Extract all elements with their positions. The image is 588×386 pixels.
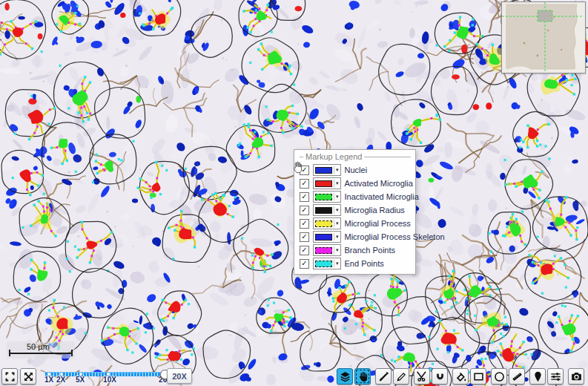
magnification-readout: 20X xyxy=(167,368,192,384)
pencil-icon xyxy=(395,370,408,383)
expand-arrows-button[interactable] xyxy=(20,368,36,385)
legend-checkbox[interactable]: ✓ xyxy=(300,206,309,215)
ruler-button[interactable] xyxy=(509,368,525,385)
legend-row: ✓▾End Points xyxy=(300,257,411,270)
hand-button[interactable] xyxy=(354,368,371,385)
legend-row: ✓▾Microglial Process xyxy=(300,217,411,230)
legend-color-swatch xyxy=(315,220,332,227)
rectangle-button[interactable] xyxy=(470,368,486,385)
legend-checkbox[interactable]: ✓ xyxy=(300,219,309,229)
legend-rows: ✓▾Nuclei✓▾Activated Microglia✓▾Inactivat… xyxy=(300,163,411,270)
legend-item-label: Microglia Radius xyxy=(345,206,405,215)
brush-icon xyxy=(377,370,390,383)
zoom-slider: 1X2X5X10X20X xyxy=(42,367,242,386)
magnet-button[interactable] xyxy=(432,368,448,385)
ellipse-icon xyxy=(493,370,506,383)
zoom-tick[interactable] xyxy=(60,373,63,376)
fit-region-icon xyxy=(4,370,16,383)
expand-arrows-icon xyxy=(22,370,35,383)
chevron-down-icon: ▾ xyxy=(334,260,340,267)
chevron-down-icon: ▾ xyxy=(334,193,340,200)
legend-color-dropdown[interactable]: ▾ xyxy=(313,191,341,203)
zoom-tick[interactable] xyxy=(79,373,82,376)
scissors-button[interactable] xyxy=(414,368,430,385)
pin-button[interactable] xyxy=(529,368,546,385)
legend-color-swatch xyxy=(315,234,332,241)
minimap-viewport[interactable] xyxy=(538,10,552,22)
adjustments-button[interactable] xyxy=(547,368,564,385)
view-tools xyxy=(1,368,36,385)
legend-item-label: Inactivated Microglia xyxy=(345,192,419,201)
layers-button[interactable] xyxy=(337,368,353,385)
brush-button[interactable] xyxy=(375,368,392,385)
ruler-icon xyxy=(511,370,523,383)
zoom-tick[interactable] xyxy=(107,373,110,376)
legend-item-label: Nuclei xyxy=(345,166,368,174)
slide-viewer: 50 µm Markup Legend ✓▾Nuclei✓▾Activated … xyxy=(0,0,588,386)
zoom-tick[interactable] xyxy=(47,373,50,376)
annotation-tools xyxy=(337,368,584,385)
legend-color-swatch xyxy=(315,207,332,214)
legend-row: ✓▾Activated Microglia xyxy=(300,177,411,190)
scale-bar-label: 50 µm xyxy=(27,342,73,351)
chevron-down-icon: ▾ xyxy=(334,206,340,214)
pencil-button[interactable] xyxy=(393,368,409,385)
legend-row: ✓▾Branch Points xyxy=(300,243,411,257)
scale-bar: 50 µm xyxy=(7,341,75,359)
legend-item-label: End Points xyxy=(345,259,384,268)
layers-icon xyxy=(339,370,351,383)
legend-color-dropdown[interactable]: ▾ xyxy=(313,244,341,256)
legend-color-dropdown[interactable]: ▾ xyxy=(313,204,341,216)
legend-row: ✓▾Inactivated Microglia xyxy=(300,190,411,203)
slide-overview-minimap[interactable] xyxy=(501,1,586,73)
legend-item-label: Microglial Process Skeleton xyxy=(345,232,445,241)
legend-checkbox[interactable]: ✓ xyxy=(300,179,309,189)
adjustments-icon xyxy=(549,370,562,383)
pin-icon xyxy=(532,370,544,383)
zoom-stop-label[interactable]: 2X xyxy=(56,376,65,384)
markup-legend-title: Markup Legend xyxy=(300,152,411,161)
zoom-stop-label[interactable]: 1X xyxy=(44,376,53,384)
legend-row: ✓▾Microglia Radius xyxy=(300,203,411,217)
fill-bucket-icon xyxy=(455,370,467,383)
zoom-stop-label[interactable]: 5X xyxy=(76,376,85,384)
legend-color-dropdown[interactable]: ▾ xyxy=(313,258,341,269)
magnet-icon xyxy=(434,370,446,383)
legend-color-swatch xyxy=(315,180,332,187)
legend-item-label: Branch Points xyxy=(345,246,395,255)
legend-color-dropdown[interactable]: ▾ xyxy=(313,164,341,176)
camera-button[interactable] xyxy=(568,368,584,385)
minimap-image xyxy=(502,2,584,71)
legend-item-label: Microglial Process xyxy=(345,219,411,228)
legend-checkbox[interactable]: ✓ xyxy=(300,246,309,255)
fit-region-button[interactable] xyxy=(1,368,18,385)
legend-checkbox[interactable]: ✓ xyxy=(300,192,309,202)
legend-checkbox[interactable]: ✓ xyxy=(300,166,309,175)
legend-checkbox[interactable]: ✓ xyxy=(300,232,309,242)
legend-color-swatch xyxy=(315,261,332,267)
ellipse-button[interactable] xyxy=(491,368,507,385)
legend-color-swatch xyxy=(315,194,332,200)
chevron-down-icon: ▾ xyxy=(334,220,340,227)
fill-bucket-button[interactable] xyxy=(452,368,469,385)
scale-bar-line xyxy=(9,353,73,354)
legend-row: ✓▾Nuclei xyxy=(300,163,411,177)
legend-checkbox[interactable]: ✓ xyxy=(300,259,309,269)
legend-color-swatch xyxy=(315,167,332,174)
legend-color-swatch xyxy=(315,247,332,254)
scissors-icon xyxy=(416,370,429,383)
legend-color-dropdown[interactable]: ▾ xyxy=(313,177,341,189)
chevron-down-icon: ▾ xyxy=(334,166,340,174)
legend-row: ✓▾Microglial Process Skeleton xyxy=(300,230,411,243)
chevron-down-icon: ▾ xyxy=(334,180,340,187)
markup-legend-panel: Markup Legend ✓▾Nuclei✓▾Activated Microg… xyxy=(294,149,416,275)
legend-color-dropdown[interactable]: ▾ xyxy=(313,231,341,243)
chevron-down-icon: ▾ xyxy=(334,233,340,241)
zoom-stop-label[interactable]: 10X xyxy=(103,376,116,384)
legend-color-dropdown[interactable]: ▾ xyxy=(313,217,341,229)
legend-item-label: Activated Microglia xyxy=(345,179,413,188)
rectangle-icon xyxy=(472,370,485,383)
camera-icon xyxy=(570,370,583,383)
chevron-down-icon: ▾ xyxy=(334,246,340,254)
hand-icon xyxy=(357,370,369,383)
